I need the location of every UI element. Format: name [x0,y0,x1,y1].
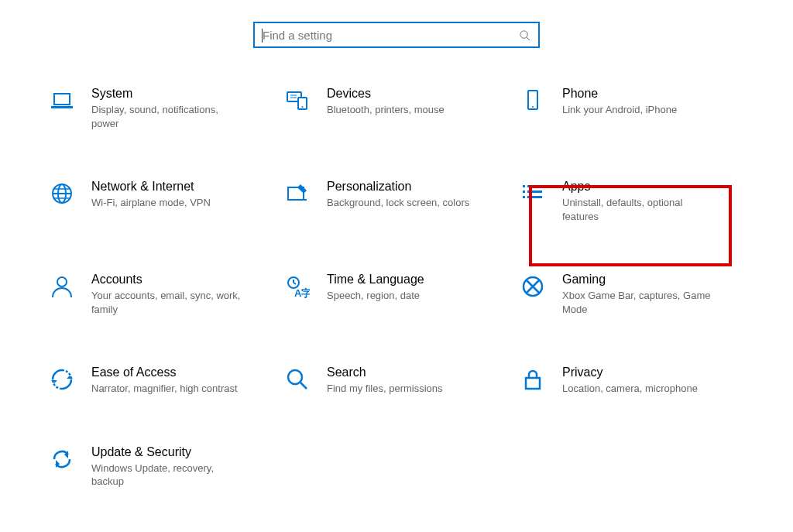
svg-rect-20 [523,190,525,193]
svg-rect-23 [527,196,542,198]
tile-phone[interactable]: Phone Link your Android, iPhone [516,87,748,130]
personalization-icon [285,181,310,206]
svg-rect-19 [527,185,542,187]
tile-title: Network & Internet [91,180,277,194]
tile-title: Apps [562,180,748,194]
svg-rect-34 [526,378,540,389]
tile-desc: Speech, region, date [327,289,482,303]
laptop-icon [50,88,74,113]
tile-network[interactable]: Network & Internet Wi-Fi, airplane mode,… [45,180,277,223]
tile-ease-of-access[interactable]: Ease of Access Narrator, magnifier, high… [45,366,277,396]
tile-title: Time & Language [327,273,513,287]
tile-devices[interactable]: Devices Bluetooth, printers, mouse [280,87,513,130]
time-language-icon: A字 [285,274,310,299]
tile-privacy[interactable]: Privacy Location, camera, microphone [516,366,748,396]
tile-desc: Windows Update, recovery, backup [91,462,246,489]
svg-line-33 [300,383,307,389]
magnifier-icon [285,367,310,392]
svg-point-10 [532,106,534,108]
tile-desc: Bluetooth, printers, mouse [327,103,482,117]
tile-apps[interactable]: Apps Uninstall, defaults, optional featu… [516,180,748,223]
tile-search[interactable]: Search Find my files, permissions [280,366,513,396]
phone-icon [520,88,545,113]
tile-title: Devices [327,87,513,101]
tile-title: Accounts [91,273,277,287]
tile-personalization[interactable]: Personalization Background, lock screen,… [280,180,513,223]
update-sync-icon [50,447,74,472]
tile-desc: Location, camera, microphone [562,382,717,396]
tile-title: Gaming [562,273,748,287]
svg-rect-18 [523,185,525,187]
tile-title: System [91,87,277,101]
globe-icon [50,181,74,206]
tile-title: Search [327,366,513,379]
svg-point-32 [288,370,302,384]
search-input[interactable] [263,29,519,42]
xbox-icon [520,274,545,299]
tile-system[interactable]: System Display, sound, notifications, po… [45,87,277,130]
tile-desc: Background, lock screen, colors [327,196,482,210]
svg-rect-22 [523,196,525,198]
search-box[interactable] [253,22,540,48]
svg-point-0 [520,30,527,37]
tile-desc: Uninstall, defaults, optional features [562,196,717,223]
tile-desc: Link your Android, iPhone [562,103,717,117]
settings-grid: System Display, sound, notifications, po… [0,87,793,489]
devices-icon [285,88,310,113]
tile-desc: Your accounts, email, sync, work, family [91,289,246,316]
tile-desc: Display, sound, notifications, power [91,103,246,130]
tile-accounts[interactable]: Accounts Your accounts, email, sync, wor… [45,273,277,316]
tile-update-security[interactable]: Update & Security Windows Update, recove… [45,445,277,489]
apps-list-icon [520,181,545,206]
tile-time-language[interactable]: A字 Time & Language Speech, region, date [280,273,513,316]
ease-of-access-icon [50,367,74,392]
tile-title: Personalization [327,180,513,194]
lock-icon [520,367,545,392]
tile-title: Phone [562,87,748,101]
svg-rect-3 [51,106,73,108]
person-icon [50,274,74,299]
search-icon [519,29,530,41]
tile-desc: Narrator, magnifier, high contrast [91,382,246,396]
svg-rect-21 [527,190,542,193]
svg-line-1 [527,37,530,40]
tile-desc: Wi-Fi, airplane mode, VPN [91,196,246,210]
svg-point-24 [57,277,67,287]
tile-title: Update & Security [91,445,277,459]
tile-title: Privacy [562,366,748,379]
tile-desc: Xbox Game Bar, captures, Game Mode [562,289,717,316]
tile-desc: Find my files, permissions [327,382,482,396]
svg-rect-2 [54,94,70,105]
svg-line-27 [294,283,296,284]
tile-title: Ease of Access [91,366,277,379]
svg-point-6 [302,106,304,108]
text-cursor [262,29,263,43]
svg-text:A字: A字 [294,287,310,299]
tile-gaming[interactable]: Gaming Xbox Game Bar, captures, Game Mod… [516,273,748,316]
